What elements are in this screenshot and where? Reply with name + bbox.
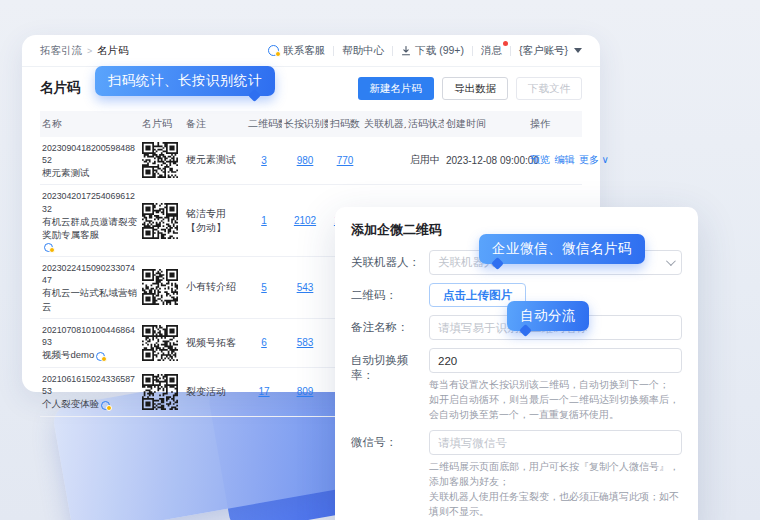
col-header-status: 活码状态	[406, 111, 444, 137]
contact-service-label: 联系客服	[283, 44, 325, 58]
row-action-link[interactable]: 编辑	[555, 154, 575, 165]
frequency-help-line-1: 每当有设置次长按识别该二维码，自动切换到下一个；	[429, 377, 682, 392]
wechat-id-input[interactable]	[429, 430, 682, 455]
qr-count-link[interactable]: 1	[261, 215, 267, 226]
help-center-label: 帮助中心	[342, 44, 384, 58]
qr-count-link[interactable]: 17	[258, 386, 269, 397]
tooltip-scan-stats: 扫码统计、长按识别统计	[95, 66, 275, 96]
qr-count-link[interactable]: 3	[261, 155, 267, 166]
qrcode-field-label: 二维码：	[351, 283, 429, 307]
card-name: 视频号demo	[42, 348, 94, 361]
card-name: 有机云一站式私域营销云	[42, 286, 138, 313]
nav-divider	[472, 46, 473, 56]
card-id: 202304201725406961232	[42, 190, 138, 215]
qr-code-image	[142, 374, 182, 410]
note-field-label: 备注名称：	[351, 315, 429, 340]
col-header-name: 名称	[40, 111, 140, 137]
qr-count-link[interactable]: 6	[261, 337, 267, 348]
col-header-qrimage: 名片码	[140, 111, 184, 137]
created-time: 2023-12-08 09:00:00	[444, 137, 528, 185]
help-center-link[interactable]: 帮助中心	[342, 44, 384, 58]
download-label: 下载 (99+)	[415, 44, 464, 58]
messages-link[interactable]: 消息	[481, 44, 502, 58]
brand-swirl-icon	[44, 243, 53, 252]
tooltip-card-types: 企业微信、微信名片码	[479, 234, 645, 264]
robot-linked-value	[362, 137, 406, 185]
export-data-button[interactable]: 导出数据	[442, 77, 508, 100]
toolbar-buttons: 新建名片码 导出数据 下载文件	[358, 77, 583, 100]
wechat-help-text: 二维码展示页面底部，用户可长按『复制个人微信号』，添加客服为好友； 关联机器人使…	[429, 459, 682, 519]
longpress-count-link[interactable]: 2102	[294, 215, 316, 226]
breadcrumb-parent[interactable]: 拓客引流	[40, 44, 82, 58]
frequency-help-text: 每当有设置次长按识别该二维码，自动切换到下一个； 如开启自动循环，则当最后一个二…	[429, 377, 682, 422]
brand-swirl-icon	[101, 401, 110, 410]
card-note: 裂变活动	[184, 367, 246, 416]
nav-divider	[510, 46, 511, 56]
qr-code-image	[142, 325, 182, 361]
wechat-field-label: 微信号：	[351, 430, 429, 519]
screenshot-stage: 拓客引流 > 名片码 联系客服 帮助中心 下载 (99+)	[0, 0, 760, 520]
switch-frequency-input[interactable]	[429, 348, 682, 373]
messages-label: 消息	[481, 44, 502, 58]
scan-count-link[interactable]: 770	[337, 155, 354, 166]
account-menu[interactable]: {客户账号}	[519, 44, 582, 58]
download-icon	[401, 46, 411, 56]
col-header-longpress: 长按识别数	[282, 111, 328, 137]
topnav-links: 联系客服 帮助中心 下载 (99+) 消息	[268, 44, 582, 58]
col-header-robot: 关联机器人	[362, 111, 406, 137]
nav-divider	[333, 46, 334, 56]
card-note: 梗元素测试	[184, 137, 246, 185]
nav-divider	[392, 46, 393, 56]
longpress-count-link[interactable]: 980	[297, 155, 314, 166]
col-header-scans: 扫码数	[328, 111, 362, 137]
wechat-help-line-1: 二维码展示页面底部，用户可长按『复制个人微信号』，添加客服为好友；	[429, 459, 682, 489]
table-row: 202309041820059848852 梗元素测试 梗元素测试 3 980 …	[40, 137, 582, 185]
row-actions: 预览编辑更多 ∨	[528, 137, 582, 185]
tooltip-auto-split: 自动分流	[507, 301, 589, 331]
card-id: 202302241509023307447	[42, 262, 138, 287]
window-topbar: 拓客引流 > 名片码 联系客服 帮助中心 下载 (99+)	[22, 35, 600, 67]
table-header-row: 名称 名片码 备注 二维码数 长按识别数 扫码数 关联机器人 活码状态 创建时间…	[40, 111, 582, 137]
caret-down-icon	[574, 48, 582, 53]
status-text: 启用中	[406, 137, 444, 185]
service-chat-icon	[268, 45, 279, 56]
longpress-count-link[interactable]: 809	[297, 386, 314, 397]
page-title: 名片码	[40, 79, 81, 97]
card-name: 梗元素测试	[42, 166, 90, 179]
robot-field-label: 关联机器人：	[351, 250, 429, 275]
brand-swirl-icon	[96, 352, 105, 361]
card-name: 有机云群成员邀请裂变奖励专属客服	[42, 215, 138, 242]
longpress-count-link[interactable]: 543	[297, 282, 314, 293]
card-id: 202309041820059848852	[42, 142, 138, 167]
col-header-note: 备注	[184, 111, 246, 137]
card-note: 铭洁专用【勿动】	[184, 185, 246, 256]
card-id: 202107081010044686493	[42, 324, 138, 349]
breadcrumb-current: 名片码	[97, 44, 129, 58]
card-note: 视频号拓客	[184, 318, 246, 367]
breadcrumb: 拓客引流 > 名片码	[40, 44, 129, 58]
qr-count-link[interactable]: 5	[261, 282, 267, 293]
contact-service-link[interactable]: 联系客服	[268, 44, 325, 58]
account-label: {客户账号}	[519, 44, 568, 58]
card-note: 小有转介绍	[184, 256, 246, 318]
col-header-actions: 操作	[528, 111, 582, 137]
frequency-field-label: 自动切换频率：	[351, 348, 429, 422]
unread-badge-dot	[503, 41, 508, 46]
create-card-button[interactable]: 新建名片码	[358, 77, 435, 100]
download-file-button: 下载文件	[516, 77, 582, 100]
row-action-link[interactable]: 预览	[530, 154, 550, 165]
qr-code-image	[142, 203, 182, 239]
chevron-down-icon	[666, 256, 676, 266]
download-link[interactable]: 下载 (99+)	[401, 44, 464, 58]
col-header-qrcount: 二维码数	[246, 111, 282, 137]
qr-code-image	[142, 142, 182, 178]
frequency-help-line-2: 如开启自动循环，则当最后一个二维码达到切换频率后，会自动切换至第一个，一直重复循…	[429, 392, 682, 422]
longpress-count-link[interactable]: 583	[297, 337, 314, 348]
breadcrumb-separator-icon: >	[87, 46, 92, 56]
wechat-help-line-2: 关联机器人使用任务宝裂变，也必须正确填写此项；如不填则不显示。	[429, 489, 682, 519]
col-header-created: 创建时间	[444, 111, 528, 137]
qr-code-image	[142, 269, 182, 305]
card-id: 202106161502433658753	[42, 373, 138, 398]
row-action-link[interactable]: 更多 ∨	[579, 154, 608, 165]
card-name: 个人裂变体验	[42, 397, 99, 410]
